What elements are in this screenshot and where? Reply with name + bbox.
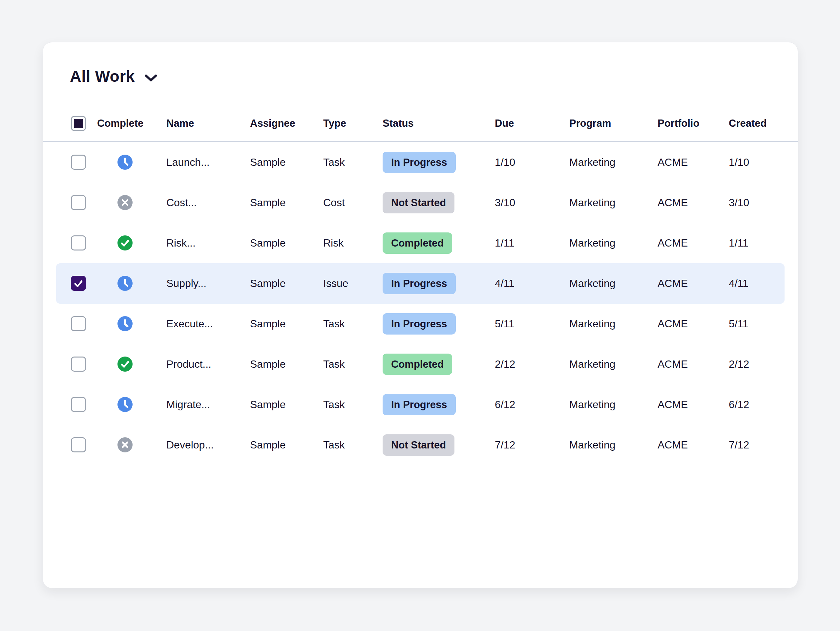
page-title: All Work xyxy=(70,68,135,85)
table-row[interactable]: Risk... Sample Risk Completed 1/11 Marke… xyxy=(56,223,785,263)
table-row[interactable]: Supply... Sample Issue In Progress 4/11 … xyxy=(56,263,785,304)
column-header-program[interactable]: Program xyxy=(569,117,658,129)
chevron-down-icon xyxy=(145,74,157,82)
assignee-cell: Sample xyxy=(250,197,323,209)
task-name[interactable]: Risk... xyxy=(166,237,250,249)
status-badge[interactable]: Completed xyxy=(382,354,452,375)
created-cell: 7/12 xyxy=(729,439,785,451)
task-name[interactable]: Execute... xyxy=(166,318,250,330)
complete-cell xyxy=(97,357,166,372)
view-selector-dropdown[interactable]: All Work xyxy=(43,42,183,85)
portfolio-cell: ACME xyxy=(658,277,729,289)
in-progress-clock-icon[interactable] xyxy=(117,155,133,170)
table-row[interactable]: Cost... Sample Cost Not Started 3/10 Mar… xyxy=(56,182,785,223)
task-name[interactable]: Supply... xyxy=(166,277,250,289)
program-cell: Marketing xyxy=(569,156,658,168)
type-cell: Task xyxy=(323,156,382,168)
completed-check-icon[interactable] xyxy=(117,236,133,250)
status-badge[interactable]: In Progress xyxy=(382,313,456,335)
row-checkbox[interactable] xyxy=(71,316,86,331)
portfolio-cell: ACME xyxy=(658,237,729,249)
portfolio-cell: ACME xyxy=(658,399,729,411)
portfolio-cell: ACME xyxy=(658,156,729,168)
table-row[interactable]: Execute... Sample Task In Progress 5/11 … xyxy=(56,304,785,344)
complete-cell xyxy=(97,437,166,452)
program-cell: Marketing xyxy=(569,318,658,330)
program-cell: Marketing xyxy=(569,399,658,411)
completed-check-icon[interactable] xyxy=(117,357,133,372)
created-cell: 3/10 xyxy=(729,197,785,209)
due-cell: 3/10 xyxy=(495,197,569,209)
not-started-x-icon[interactable] xyxy=(117,195,133,210)
status-badge[interactable]: Not Started xyxy=(382,192,455,213)
created-cell: 1/11 xyxy=(729,237,785,249)
due-cell: 4/11 xyxy=(495,277,569,289)
column-header-assignee[interactable]: Assignee xyxy=(250,117,323,129)
program-cell: Marketing xyxy=(569,439,658,451)
row-checkbox[interactable] xyxy=(71,437,86,452)
created-cell: 1/10 xyxy=(729,156,785,168)
portfolio-cell: ACME xyxy=(658,358,729,370)
status-cell: Completed xyxy=(382,354,495,375)
status-badge[interactable]: Completed xyxy=(382,232,452,254)
table-row[interactable]: Develop... Sample Task Not Started 7/12 … xyxy=(56,425,785,465)
column-header-status[interactable]: Status xyxy=(382,117,495,129)
type-cell: Risk xyxy=(323,237,382,249)
program-cell: Marketing xyxy=(569,277,658,289)
task-name[interactable]: Migrate... xyxy=(166,399,250,411)
task-name[interactable]: Product... xyxy=(166,358,250,370)
row-checkbox[interactable] xyxy=(71,195,86,210)
column-header-due[interactable]: Due xyxy=(495,117,569,129)
due-cell: 2/12 xyxy=(495,358,569,370)
table-row[interactable]: Product... Sample Task Completed 2/12 Ma… xyxy=(56,344,785,384)
assignee-cell: Sample xyxy=(250,358,323,370)
assignee-cell: Sample xyxy=(250,439,323,451)
in-progress-clock-icon[interactable] xyxy=(117,276,133,291)
column-header-portfolio[interactable]: Portfolio xyxy=(658,117,729,129)
checkmark-icon xyxy=(72,277,85,290)
row-checkbox[interactable] xyxy=(71,236,86,250)
select-all-checkbox[interactable] xyxy=(71,116,86,131)
due-cell: 1/10 xyxy=(495,156,569,168)
column-header-type[interactable]: Type xyxy=(323,117,382,129)
row-checkbox[interactable] xyxy=(71,357,86,372)
assignee-cell: Sample xyxy=(250,318,323,330)
table-body: Launch... Sample Task In Progress 1/10 M… xyxy=(43,142,798,465)
portfolio-cell: ACME xyxy=(658,439,729,451)
complete-cell xyxy=(97,276,166,291)
table-row[interactable]: Launch... Sample Task In Progress 1/10 M… xyxy=(56,142,785,182)
portfolio-cell: ACME xyxy=(658,318,729,330)
in-progress-clock-icon[interactable] xyxy=(117,316,133,331)
status-badge[interactable]: Not Started xyxy=(382,434,455,456)
status-badge[interactable]: In Progress xyxy=(382,273,456,294)
complete-cell xyxy=(97,316,166,331)
task-name[interactable]: Develop... xyxy=(166,439,250,451)
assignee-cell: Sample xyxy=(250,156,323,168)
in-progress-clock-icon[interactable] xyxy=(117,397,133,412)
status-cell: In Progress xyxy=(382,152,495,173)
all-work-panel: All Work Complete Name Assignee Type Sta… xyxy=(43,42,798,588)
type-cell: Task xyxy=(323,399,382,411)
status-badge[interactable]: In Progress xyxy=(382,394,456,415)
type-cell: Task xyxy=(323,358,382,370)
table-header: Complete Name Assignee Type Status Due P… xyxy=(43,106,798,142)
status-cell: Not Started xyxy=(382,192,495,213)
not-started-x-icon[interactable] xyxy=(117,437,133,452)
select-all-fill xyxy=(74,119,83,128)
row-checkbox[interactable] xyxy=(71,155,86,170)
row-checkbox[interactable] xyxy=(71,397,86,412)
task-name[interactable]: Cost... xyxy=(166,197,250,209)
status-cell: Completed xyxy=(382,232,495,254)
status-cell: In Progress xyxy=(382,394,495,415)
task-name[interactable]: Launch... xyxy=(166,156,250,168)
column-header-complete[interactable]: Complete xyxy=(97,117,166,129)
status-badge[interactable]: In Progress xyxy=(382,152,456,173)
table-row[interactable]: Migrate... Sample Task In Progress 6/12 … xyxy=(56,384,785,425)
column-header-name[interactable]: Name xyxy=(166,117,250,129)
created-cell: 2/12 xyxy=(729,358,785,370)
row-checkbox[interactable] xyxy=(71,276,86,291)
status-cell: Not Started xyxy=(382,434,495,456)
complete-cell xyxy=(97,236,166,250)
column-header-created[interactable]: Created xyxy=(729,117,798,129)
complete-cell xyxy=(97,155,166,170)
